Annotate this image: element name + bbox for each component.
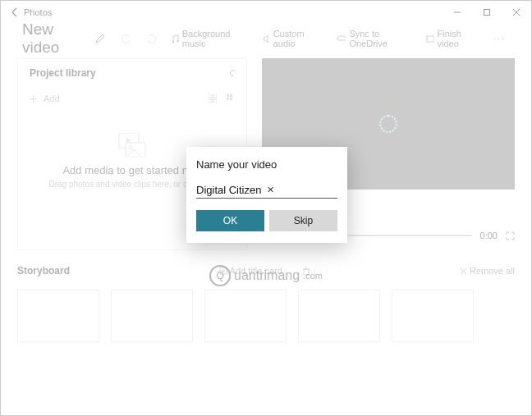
svg-rect-13 — [227, 94, 229, 97]
back-button[interactable] — [6, 7, 24, 17]
app-title: Photos — [24, 7, 52, 17]
svg-point-4 — [172, 40, 174, 42]
video-name-input[interactable]: Digital Citizen ✕ — [196, 184, 337, 199]
rename-icon[interactable] — [94, 33, 106, 44]
sync-button[interactable]: Sync to OneDrive — [337, 29, 411, 48]
grid-view-icon[interactable] — [209, 94, 217, 103]
svg-rect-19 — [126, 143, 145, 158]
media-placeholder-icon — [116, 133, 149, 158]
storyboard-title: Storyboard — [17, 265, 70, 277]
more-button[interactable]: ··· — [493, 34, 506, 43]
library-title: Project library — [30, 67, 96, 79]
custom-audio-button[interactable]: Custom audio — [262, 29, 322, 48]
time-display: 0:00 — [480, 231, 498, 240]
svg-rect-6 — [427, 36, 434, 42]
clear-input-icon[interactable]: ✕ — [267, 185, 337, 195]
name-video-dialog: Name your video Digital Citizen ✕ OK Ski… — [186, 147, 347, 243]
storyboard-panel: Storyboard Add title card Remove all — [17, 265, 515, 342]
finish-video-button[interactable]: Finish video — [426, 29, 479, 48]
plus-icon — [30, 95, 37, 103]
svg-rect-15 — [227, 98, 229, 100]
svg-rect-9 — [209, 94, 212, 98]
collapse-icon[interactable] — [228, 69, 235, 77]
svg-rect-12 — [213, 99, 217, 103]
remove-all-button[interactable]: Remove all — [460, 266, 515, 276]
project-name: New video — [22, 21, 86, 57]
background-music-button[interactable]: Background music — [171, 29, 247, 48]
trash-icon[interactable] — [302, 267, 310, 276]
undo-button[interactable] — [122, 34, 131, 43]
editor-toolbar: New video Background music Custom audio … — [1, 24, 531, 53]
fullscreen-icon[interactable] — [506, 231, 515, 240]
svg-point-5 — [177, 39, 179, 41]
list-view-icon[interactable] — [227, 94, 235, 103]
svg-rect-10 — [213, 94, 217, 98]
svg-rect-24 — [304, 269, 309, 275]
ok-button[interactable]: OK — [196, 210, 264, 231]
dialog-heading: Name your video — [196, 158, 337, 171]
window-controls — [443, 1, 531, 24]
storyboard-slot[interactable] — [392, 290, 474, 342]
skip-button[interactable]: Skip — [269, 210, 337, 231]
add-button[interactable]: Add — [44, 94, 60, 103]
add-title-card-button[interactable]: Add title card — [219, 266, 282, 276]
storyboard-slot[interactable] — [17, 290, 99, 342]
storyboard-slot[interactable] — [204, 290, 287, 342]
redo-button[interactable] — [146, 34, 156, 43]
storyboard-slot[interactable] — [111, 290, 193, 342]
maximize-button[interactable] — [472, 1, 502, 24]
close-button[interactable] — [502, 1, 531, 24]
svg-rect-1 — [484, 10, 490, 16]
loading-spinner-icon — [379, 115, 397, 133]
svg-marker-18 — [126, 138, 131, 143]
svg-rect-16 — [230, 98, 232, 100]
minimize-button[interactable] — [443, 1, 472, 24]
svg-rect-14 — [230, 94, 232, 97]
storyboard-slot[interactable] — [298, 290, 380, 342]
svg-rect-11 — [209, 99, 212, 103]
video-name-value: Digital Citizen — [196, 184, 267, 196]
